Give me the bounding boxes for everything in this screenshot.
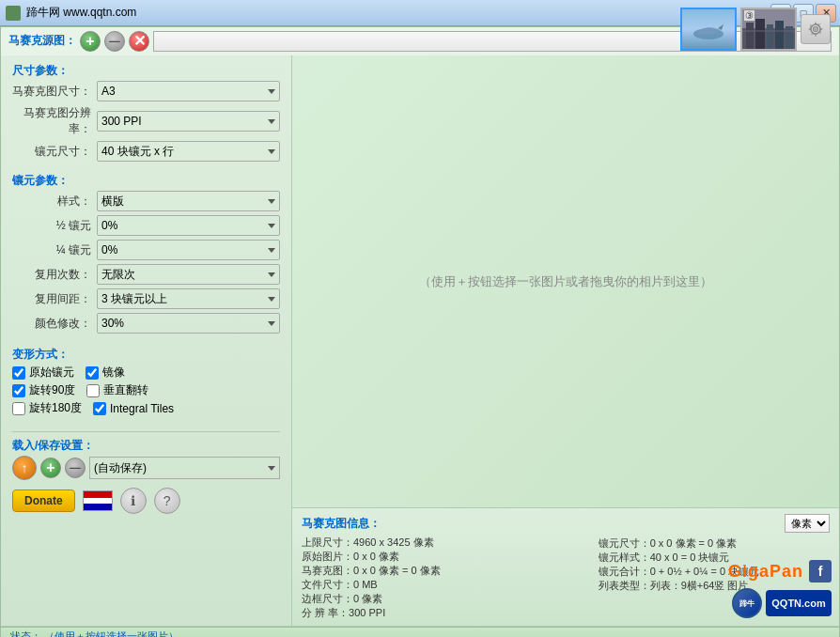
source-section: 马赛克源图： + ─ ✕ ② xyxy=(1,27,839,55)
repeat-count-row: 复用次数： 无限次 1次 xyxy=(12,264,280,285)
half-tile-row: ½ 镶元 0% 10% 20% xyxy=(12,215,280,236)
title-bar-text: 蹄牛网 www.qqtn.com xyxy=(26,5,136,21)
info-button[interactable]: ℹ xyxy=(120,488,147,514)
quarter-tile-label: ¼ 镶元 xyxy=(12,242,97,258)
facebook-icon[interactable]: f xyxy=(809,560,832,583)
resolution-row: 马赛克图分辨率： 300 PPI 150 PPI 72 PPI xyxy=(12,105,280,137)
unit-select-container: 像素 毫米 英寸 xyxy=(599,514,830,533)
half-tile-select[interactable]: 0% 10% 20% xyxy=(97,215,280,236)
help-button[interactable]: ? xyxy=(154,488,180,514)
qqtn-row: 蹄牛 QQTN.com xyxy=(732,588,832,618)
right-panel: （使用＋按钮选择一张图片或者拖曳你的相片到这里） 马赛克图信息： 上限尺寸：49… xyxy=(292,55,839,626)
mirror-input[interactable] xyxy=(86,366,99,380)
load-add-button[interactable]: + xyxy=(40,458,61,478)
quarter-tile-select[interactable]: 0% 10% xyxy=(97,240,280,260)
status-bar: 状态： （使用＋按钮选择一张图片） xyxy=(1,627,839,637)
mosaic-size-select[interactable]: A3 A4 A5 xyxy=(97,81,280,101)
size-params-label: 尺寸参数： xyxy=(12,63,280,79)
mosaic-size-label: 马赛克图尺寸： xyxy=(12,84,97,100)
repeat-count-label: 复用次数： xyxy=(12,267,97,283)
transform-row-2: 旋转90度 垂直翻转 xyxy=(12,382,280,398)
info-col-left: 马赛克图信息： 上限尺寸：4960 x 3425 像素 原始图片：0 x 0 像… xyxy=(302,514,580,620)
rotate90-input[interactable] xyxy=(12,384,25,397)
transform-row-1: 原始镶元 镜像 xyxy=(12,365,280,381)
svg-rect-4 xyxy=(746,23,754,49)
vertical-flip-label: 垂直翻转 xyxy=(103,382,148,398)
status-label: 状态： xyxy=(10,630,41,637)
rotate180-input[interactable] xyxy=(12,402,25,415)
resolution-label: 马赛克图分辨率： xyxy=(12,105,97,137)
original-image-info: 原始图片：0 x 0 像素 xyxy=(302,550,580,564)
flag-blue xyxy=(84,504,112,510)
transform-label: 变形方式： xyxy=(12,347,280,363)
quarter-tile-row: ¼ 镶元 0% 10% xyxy=(12,240,280,260)
branding-area: GigaPan f 蹄牛 QQTN.com xyxy=(728,560,832,618)
tile-size-info: 镶元尺寸：0 x 0 像素 = 0 像素 xyxy=(599,536,830,551)
flag-icon xyxy=(83,490,113,511)
svg-rect-6 xyxy=(767,24,773,49)
load-save-row: ↑ + ─ (自动保存) 设置1 设置2 xyxy=(12,456,280,480)
mirror-label: 镜像 xyxy=(102,365,125,381)
resolution-select[interactable]: 300 PPI 150 PPI 72 PPI xyxy=(97,111,280,132)
style-select[interactable]: 横版 竖版 xyxy=(97,191,280,211)
repeat-count-select[interactable]: 无限次 1次 xyxy=(97,264,280,285)
color-adj-row: 颜色修改： 30% 20% 40% xyxy=(12,313,280,334)
cancel-source-button[interactable]: ✕ xyxy=(129,31,149,52)
add-source-button[interactable]: + xyxy=(80,31,101,52)
branding-row: GigaPan f xyxy=(728,560,832,583)
info-col-right: 像素 毫米 英寸 镶元尺寸：0 x 0 像素 = 0 像素 镶元样式：40 x … xyxy=(599,514,830,620)
tile-size-label: 镶元尺寸： xyxy=(12,144,97,160)
resolution-info: 分 辨 率：300 PPI xyxy=(302,606,580,620)
tile-size-select[interactable]: 40 块镶元 x 行 20 块镶元 x 行 xyxy=(97,141,280,162)
donate-button[interactable]: Donate xyxy=(12,489,75,512)
transform-section: 变形方式： 原始镶元 镜像 旋转90度 xyxy=(12,345,280,420)
preview-hint: （使用＋按钮选择一张图片或者拖曳你的相片到这里） xyxy=(419,273,712,290)
donate-row: Donate ℹ ? xyxy=(12,484,280,518)
original-tile-input[interactable] xyxy=(12,366,25,380)
svg-point-12 xyxy=(814,27,818,32)
remove-source-button[interactable]: ─ xyxy=(104,31,125,52)
thumbnail-strip: ② xyxy=(680,8,831,51)
rotate180-label: 旋转180度 xyxy=(29,400,82,416)
settings-icon-button[interactable] xyxy=(801,14,831,44)
transform-row-3: 旋转180度 Integral Tiles xyxy=(12,400,280,416)
status-text: （使用＋按钮选择一张图片） xyxy=(44,630,179,637)
main-window: 马赛克源图： + ─ ✕ ② xyxy=(0,26,840,637)
color-adj-label: 颜色修改： xyxy=(12,316,97,332)
thumbnail-2[interactable]: ③ xyxy=(740,8,797,51)
file-size-info: 文件尺寸：0 MB xyxy=(302,578,580,592)
size-params-section: 尺寸参数： 马赛克图尺寸： A3 A4 A5 马赛克图分辨率： 300 PPI … xyxy=(12,63,280,165)
source-label: 马赛克源图： xyxy=(8,33,76,49)
color-adj-select[interactable]: 30% 20% 40% xyxy=(97,313,280,334)
upper-limit-info: 上限尺寸：4960 x 3425 像素 xyxy=(302,536,580,550)
qqtn-circle-icon: 蹄牛 xyxy=(732,588,762,618)
load-remove-button[interactable]: ─ xyxy=(65,458,86,478)
auto-save-select[interactable]: (自动保存) 设置1 设置2 xyxy=(89,457,280,479)
load-prev-button[interactable]: ↑ xyxy=(12,456,37,480)
vertical-flip-input[interactable] xyxy=(86,384,100,397)
mosaic-info-label: 马赛克图信息： xyxy=(302,516,580,532)
thumbnail-2-num: ③ xyxy=(744,10,754,21)
vertical-flip-checkbox[interactable]: 垂直翻转 xyxy=(86,382,148,398)
rotate90-checkbox[interactable]: 旋转90度 xyxy=(12,382,75,398)
original-tile-checkbox[interactable]: 原始镶元 xyxy=(12,365,74,381)
thumbnail-1[interactable]: ② xyxy=(680,8,737,51)
wrench-icon xyxy=(806,20,825,39)
main-content: 尺寸参数： 马赛克图尺寸： A3 A4 A5 马赛克图分辨率： 300 PPI … xyxy=(1,55,839,626)
flag-white xyxy=(84,498,112,505)
integral-tiles-input[interactable] xyxy=(93,402,106,415)
integral-tiles-checkbox[interactable]: Integral Tiles xyxy=(93,402,174,415)
style-label: 样式： xyxy=(12,194,97,210)
original-tile-label: 原始镶元 xyxy=(29,365,74,381)
rotate180-checkbox[interactable]: 旋转180度 xyxy=(12,400,82,416)
flag-red xyxy=(84,491,112,498)
repeat-dist-label: 复用间距： xyxy=(12,291,97,307)
unit-select[interactable]: 像素 毫米 英寸 xyxy=(785,514,830,533)
tile-params-label: 镶元参数： xyxy=(12,173,280,189)
image-preview-area[interactable]: （使用＋按钮选择一张图片或者拖曳你的相片到这里） xyxy=(292,55,839,507)
mirror-checkbox[interactable]: 镜像 xyxy=(86,365,125,381)
repeat-dist-select[interactable]: 3 块镶元以上 1 块镶元以上 xyxy=(97,288,280,309)
svg-rect-9 xyxy=(742,30,795,32)
app-icon xyxy=(6,6,21,21)
mosaic-image-info: 马赛克图：0 x 0 像素 = 0 像素 xyxy=(302,564,580,578)
